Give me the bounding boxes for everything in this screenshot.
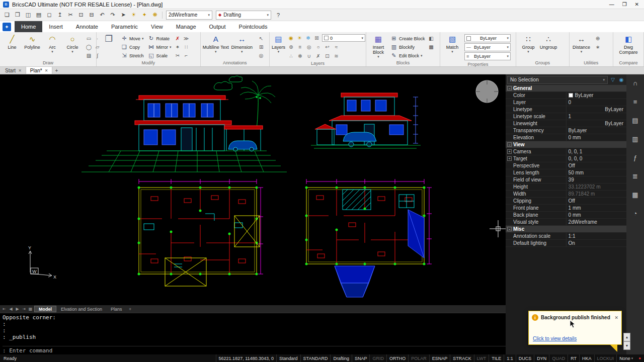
expand-toggle-icon[interactable]: - bbox=[507, 86, 512, 90]
expand-toggle-icon[interactable]: + bbox=[507, 149, 512, 154]
layer-match-icon[interactable]: ≈ bbox=[333, 44, 340, 50]
status-toggle[interactable]: QUAD bbox=[549, 354, 568, 362]
parameters-panel-icon[interactable]: ƒ bbox=[630, 152, 641, 163]
ribbon-tab[interactable]: Home bbox=[15, 21, 42, 32]
qat-open-icon[interactable]: ❒ bbox=[13, 10, 23, 20]
circle-button[interactable]: ○ Circle ▾ bbox=[62, 33, 83, 54]
property-row[interactable]: Default lighting On bbox=[506, 240, 626, 247]
mirror-button[interactable]: ⋈ Mirror ▾ bbox=[148, 43, 172, 51]
last-layout-button[interactable]: ⇥ bbox=[21, 307, 27, 311]
trim-button[interactable]: ✂ bbox=[174, 51, 182, 59]
rectangle-button[interactable]: ▭ bbox=[85, 34, 93, 42]
first-layout-button[interactable]: ⇤ bbox=[1, 307, 8, 311]
close-icon[interactable]: ✕ bbox=[614, 315, 618, 320]
layer-lock-icon[interactable]: ⊠ bbox=[313, 35, 320, 41]
properties-filter-icon[interactable]: ▽ bbox=[609, 77, 616, 82]
stretch-button[interactable]: ⇲ Stretch bbox=[121, 51, 144, 60]
property-row[interactable]: Elevation 0 mm bbox=[506, 134, 626, 141]
rotate-button[interactable]: ↻ Rotate bbox=[148, 34, 172, 43]
insert-block-button[interactable]: ▦ Insert Block ▾ bbox=[368, 33, 388, 59]
property-row[interactable]: + Target 0, 0, 0 bbox=[506, 155, 626, 162]
status-toggle[interactable]: STRACK bbox=[450, 354, 474, 362]
property-row[interactable]: + Camera 0, 0, 1 bbox=[506, 148, 626, 155]
layer-unisolate-icon[interactable]: ○ bbox=[314, 44, 322, 50]
bricscad-logo[interactable]: ✦ bbox=[3, 23, 11, 31]
scroll-up-icon[interactable]: ▲ bbox=[623, 333, 630, 341]
property-value[interactable]: 2dWireframe bbox=[567, 219, 626, 225]
property-value[interactable]: 33.1223702 m bbox=[567, 184, 626, 190]
front-elevation-drawing[interactable] bbox=[82, 76, 287, 172]
property-value[interactable]: 1 bbox=[567, 114, 626, 119]
status-toggle[interactable]: GRID bbox=[369, 354, 386, 362]
status-toggle[interactable]: 1:1 bbox=[504, 354, 516, 362]
dimension-button[interactable]: ↔ Dimension ▾ bbox=[229, 33, 255, 54]
qat-undo-icon[interactable]: ↶ bbox=[97, 10, 107, 20]
blockify-button[interactable]: ▥ Blockify bbox=[390, 43, 425, 51]
property-value[interactable]: 89.71842 m bbox=[567, 191, 626, 197]
qat-new-icon[interactable]: ❏ bbox=[2, 10, 12, 20]
qat-publish-icon[interactable]: ↥ bbox=[55, 10, 65, 20]
model-space-view[interactable]: Y X W bbox=[0, 74, 506, 305]
layer-walk-icon[interactable]: ∴ bbox=[287, 53, 295, 59]
linetype-control[interactable]: — ByLayer ▾ bbox=[464, 43, 511, 51]
property-value[interactable]: Off bbox=[567, 198, 626, 204]
structure-panel-icon[interactable]: ≣ bbox=[630, 170, 641, 182]
line-button[interactable]: ╱ Line bbox=[2, 33, 22, 54]
close-tab-icon[interactable]: ✕ bbox=[18, 68, 22, 73]
layer-state-icon[interactable]: ≡ bbox=[296, 44, 304, 50]
property-row[interactable]: Width 89.71842 m bbox=[506, 191, 626, 198]
layer-isolate-icon[interactable]: ◎ bbox=[305, 44, 313, 50]
side-elevation-drawing[interactable] bbox=[311, 93, 421, 148]
erase-button[interactable]: ✗ bbox=[174, 34, 182, 42]
new-document-tab-button[interactable]: + bbox=[52, 67, 60, 74]
ribbon-tab[interactable]: Insert bbox=[42, 21, 69, 32]
status-toggle[interactable]: LWT bbox=[474, 354, 489, 362]
expand-toggle-icon[interactable]: + bbox=[507, 156, 512, 161]
property-value[interactable]: 39 bbox=[567, 177, 626, 183]
table-button[interactable]: ⊞ bbox=[257, 43, 266, 51]
qat-save-icon[interactable]: ◫ bbox=[23, 10, 33, 20]
command-line-panel[interactable]: Opposite corner: : : : _publish : Enter … bbox=[0, 313, 506, 354]
status-toggle[interactable]: ORTHO bbox=[386, 354, 408, 362]
layer-thaw-icon[interactable]: ✻ bbox=[296, 53, 304, 59]
command-input[interactable]: : Enter command bbox=[3, 346, 506, 354]
layer-sun-icon[interactable]: ☀ bbox=[296, 35, 303, 41]
group-button[interactable]: ∷ Group ▾ bbox=[518, 33, 538, 54]
drawing-canvas[interactable]: Y X W bbox=[0, 74, 506, 305]
qat-paste-icon[interactable]: ⊟ bbox=[87, 10, 97, 20]
property-value[interactable]: 0 mm bbox=[567, 212, 626, 218]
layer-previous-icon[interactable]: ↩ bbox=[324, 44, 331, 50]
attachments-panel-icon[interactable]: ▥ bbox=[630, 133, 641, 144]
property-value[interactable]: 1 mm bbox=[567, 205, 626, 211]
ribbon-tab[interactable]: Manage bbox=[170, 21, 203, 32]
status-toggle[interactable]: None ▾ bbox=[616, 354, 635, 362]
layer-on-icon[interactable]: ◉ bbox=[287, 35, 295, 41]
expand-toggle-icon[interactable]: - bbox=[507, 142, 512, 147]
status-toggle[interactable]: STANDARD bbox=[300, 354, 331, 362]
status-toggle[interactable]: Standard bbox=[276, 354, 300, 362]
property-row[interactable]: - General bbox=[506, 85, 626, 92]
multiline-text-button[interactable]: A Multiline Text ▾ bbox=[203, 33, 229, 54]
offset-button[interactable]: ≫ bbox=[182, 34, 191, 42]
distance-button[interactable]: ↔ Distance ▾ bbox=[572, 33, 592, 54]
blocks-panel-icon[interactable]: ▦ bbox=[630, 189, 641, 200]
property-row[interactable]: Transparency ByLayer bbox=[506, 127, 626, 134]
scale-button[interactable]: ◱ Scale bbox=[148, 51, 172, 60]
lineweight-control[interactable]: ≡ ByLayer ▾ bbox=[464, 52, 511, 60]
floor-plan-left-drawing[interactable] bbox=[138, 179, 264, 286]
fillet-button[interactable]: ⌐ bbox=[182, 51, 191, 59]
layer-freeze-icon[interactable]: ❄ bbox=[304, 35, 312, 41]
notification-bell-icon[interactable]: ∩ bbox=[630, 77, 641, 88]
property-row[interactable]: Field of view 39 bbox=[506, 176, 626, 184]
layout-tab[interactable]: Model bbox=[34, 306, 56, 312]
property-value[interactable]: ByLayer bbox=[567, 93, 626, 98]
property-value[interactable]: Off bbox=[567, 163, 626, 168]
dwg-compare-button[interactable]: ◧ Dwg Compare bbox=[615, 33, 641, 55]
current-layer-select[interactable]: 0 ▾ bbox=[322, 34, 365, 42]
property-row[interactable]: Back plane 0 mm bbox=[506, 212, 626, 219]
property-value[interactable]: 0, 0, 1 bbox=[567, 149, 626, 154]
leader-button[interactable]: ↖ bbox=[257, 34, 266, 42]
property-value[interactable]: 1:1 bbox=[567, 233, 626, 239]
maximize-button[interactable]: ❐ bbox=[622, 2, 627, 7]
explode-button[interactable]: ✶ bbox=[174, 43, 182, 51]
